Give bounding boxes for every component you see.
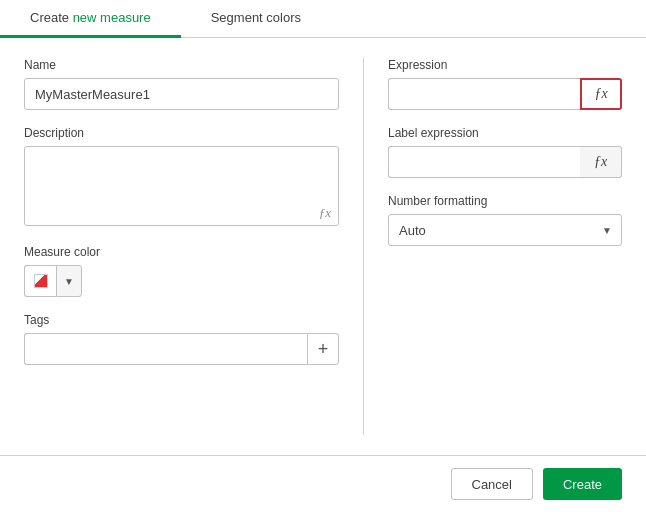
description-wrapper: ƒx bbox=[24, 146, 339, 229]
color-swatch[interactable] bbox=[24, 265, 56, 297]
tab-create-measure-label-highlight: new measure bbox=[73, 10, 151, 25]
description-field-group: Description ƒx bbox=[24, 126, 339, 229]
footer: Cancel Create bbox=[0, 455, 646, 512]
tags-add-icon: + bbox=[318, 339, 329, 360]
expression-wrapper: ƒx bbox=[388, 78, 622, 110]
right-panel: Expression ƒx Label expression ƒx Number… bbox=[364, 58, 622, 435]
label-expression-fx-button[interactable]: ƒx bbox=[580, 146, 622, 178]
name-label: Name bbox=[24, 58, 339, 72]
label-expression-field-group: Label expression ƒx bbox=[388, 126, 622, 178]
tab-create-measure-label-plain: Create bbox=[30, 10, 73, 25]
color-dropdown-arrow-icon: ▼ bbox=[64, 276, 74, 287]
expression-field-group: Expression ƒx bbox=[388, 58, 622, 110]
name-field-group: Name bbox=[24, 58, 339, 110]
number-formatting-label: Number formatting bbox=[388, 194, 622, 208]
label-expression-wrapper: ƒx bbox=[388, 146, 622, 178]
tags-field-group: Tags + bbox=[24, 313, 339, 365]
left-panel: Name Description ƒx Measure color ▼ bbox=[24, 58, 364, 435]
measure-color-label: Measure color bbox=[24, 245, 339, 259]
number-formatting-wrapper: Auto Number Money Date Duration Custom ▼ bbox=[388, 214, 622, 246]
label-expression-fx-icon: ƒx bbox=[594, 154, 607, 170]
number-formatting-field-group: Number formatting Auto Number Money Date… bbox=[388, 194, 622, 246]
color-picker-wrapper: ▼ bbox=[24, 265, 339, 297]
label-expression-label: Label expression bbox=[388, 126, 622, 140]
expression-label: Expression bbox=[388, 58, 622, 72]
expression-input[interactable] bbox=[388, 78, 580, 110]
cancel-button[interactable]: Cancel bbox=[451, 468, 533, 500]
main-content: Name Description ƒx Measure color ▼ bbox=[0, 38, 646, 455]
description-label: Description bbox=[24, 126, 339, 140]
description-input[interactable] bbox=[24, 146, 339, 226]
tabs-bar: Create new measure Segment colors bbox=[0, 0, 646, 38]
tags-wrapper: + bbox=[24, 333, 339, 365]
number-formatting-select[interactable]: Auto Number Money Date Duration Custom bbox=[388, 214, 622, 246]
expression-fx-icon: ƒx bbox=[594, 86, 607, 102]
expression-fx-button[interactable]: ƒx bbox=[580, 78, 622, 110]
color-swatch-inner bbox=[34, 274, 48, 288]
color-dropdown-button[interactable]: ▼ bbox=[56, 265, 82, 297]
tags-add-button[interactable]: + bbox=[307, 333, 339, 365]
tab-create-measure[interactable]: Create new measure bbox=[0, 0, 181, 38]
tab-segment-colors[interactable]: Segment colors bbox=[181, 0, 331, 38]
name-input[interactable] bbox=[24, 78, 339, 110]
tags-label: Tags bbox=[24, 313, 339, 327]
tags-input[interactable] bbox=[24, 333, 307, 365]
tab-segment-colors-label: Segment colors bbox=[211, 10, 301, 25]
create-button[interactable]: Create bbox=[543, 468, 622, 500]
label-expression-input[interactable] bbox=[388, 146, 580, 178]
description-fx-icon: ƒx bbox=[319, 205, 331, 221]
measure-color-field-group: Measure color ▼ bbox=[24, 245, 339, 297]
